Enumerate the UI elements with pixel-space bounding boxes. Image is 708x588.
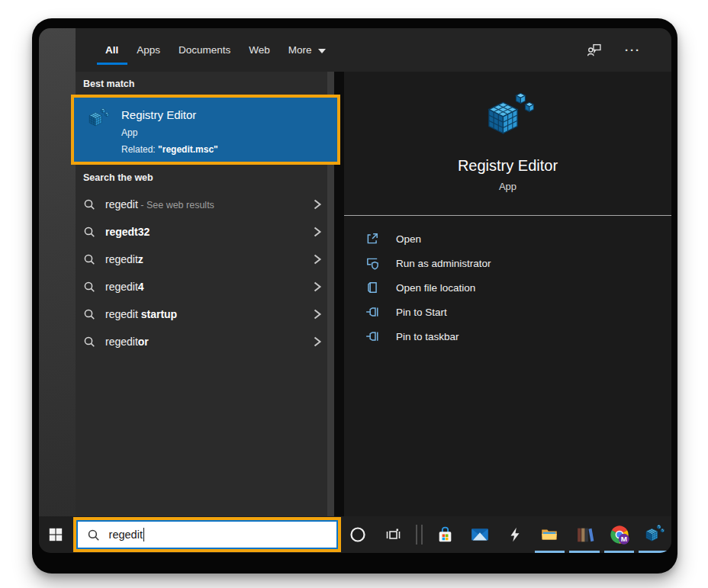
details-panel: Registry Editor App Open: [344, 72, 671, 516]
cortana-icon: [349, 526, 366, 543]
open-app-indicator: [535, 551, 565, 553]
action-label: Pin to taskbar: [396, 331, 459, 342]
annotation-highlight-search-box: regedit: [73, 517, 341, 552]
suggestion-text: regedit4: [105, 281, 144, 293]
search-icon: [83, 253, 95, 265]
chevron-right-icon: [313, 307, 322, 321]
windows-logo-icon: [49, 528, 63, 541]
tab-documents-label: Documents: [179, 44, 230, 56]
divider: [344, 215, 671, 216]
taskbar-search-box[interactable]: regedit: [76, 520, 338, 549]
suggestion-text: regedit - See web results: [105, 198, 214, 210]
chevron-down-icon: [318, 49, 326, 53]
taskbar-registry-editor-button[interactable]: [636, 516, 671, 553]
action-label: Run as administrator: [396, 258, 491, 269]
tab-web-label: Web: [249, 44, 270, 56]
search-filter-bar: All Apps Documents Web More ···: [76, 28, 671, 72]
suggestion-text: regeditor: [105, 336, 149, 348]
action-pin-to-start[interactable]: Pin to Start: [344, 300, 671, 324]
search-web-section-title: Search the web: [83, 172, 334, 183]
suggestion-regedt32[interactable]: regedt32: [76, 218, 334, 246]
action-open[interactable]: Open: [344, 227, 671, 251]
search-icon: [83, 308, 95, 320]
screenshot-frame: All Apps Documents Web More ···: [32, 18, 677, 574]
results-panel: Best match Registry Editor App Related: …: [76, 72, 334, 516]
action-run-as-administrator[interactable]: Run as administrator: [344, 251, 671, 275]
books-library-icon: [575, 525, 594, 545]
search-icon: [83, 198, 95, 210]
details-app-type: App: [344, 181, 671, 192]
web-suggestion-list: regedit - See web results regedt32 reged: [76, 191, 334, 355]
best-match-app-name: Registry Editor: [121, 108, 218, 122]
chevron-right-icon: [313, 335, 322, 349]
action-label: Open file location: [396, 282, 475, 294]
pin-icon: [365, 329, 379, 343]
taskbar-library-button[interactable]: [567, 516, 602, 553]
taskbar-chrome-button[interactable]: M: [602, 516, 637, 553]
related-value: "regedit.msc": [158, 144, 218, 155]
suggestion-regedit-startup[interactable]: regedit startup: [76, 300, 334, 328]
registry-editor-icon-small: [643, 524, 665, 545]
suggestion-regedit4[interactable]: regedit4: [76, 273, 334, 300]
start-button[interactable]: [39, 516, 73, 553]
taskbar-cortana-button[interactable]: [341, 516, 376, 553]
chevron-right-icon: [313, 252, 322, 266]
action-list: Open Run as administrator: [344, 227, 671, 349]
action-label: Open: [396, 233, 421, 245]
taskbar: regedit: [39, 516, 671, 553]
details-app-name: Registry Editor: [344, 157, 671, 175]
desktop-background: [39, 28, 76, 516]
tab-all[interactable]: All: [96, 28, 127, 72]
more-options-icon[interactable]: ···: [625, 43, 641, 56]
taskbar-lightning-button[interactable]: [497, 516, 533, 553]
tab-all-label: All: [105, 44, 118, 56]
tab-documents[interactable]: Documents: [169, 28, 240, 72]
tab-more[interactable]: More: [279, 28, 335, 72]
registry-editor-icon-large: [481, 91, 535, 144]
tab-apps-label: Apps: [137, 44, 160, 56]
task-view-icon: [385, 527, 401, 542]
search-icon: [87, 529, 100, 541]
best-match-result[interactable]: Registry Editor App Related: "regedit.ms…: [74, 98, 337, 162]
search-input-value: regedit: [109, 529, 143, 541]
suggestion-text: regedit startup: [105, 308, 177, 320]
best-match-related: Related: "regedit.msc": [121, 144, 218, 155]
taskbar-store-button[interactable]: [428, 516, 463, 553]
chrome-profile-badge: M: [620, 535, 626, 543]
action-label: Pin to Start: [396, 307, 447, 318]
feedback-icon[interactable]: [587, 43, 602, 58]
open-app-indicator: [569, 551, 600, 553]
registry-editor-icon: [86, 108, 109, 130]
tab-more-label: More: [288, 44, 312, 56]
suggestion-regedit[interactable]: regedit - See web results: [76, 191, 334, 218]
suggestion-regeditz[interactable]: regeditz: [76, 246, 334, 273]
open-icon: [365, 232, 379, 246]
open-app-indicator: [604, 551, 635, 553]
chevron-right-icon: [313, 225, 322, 239]
action-open-file-location[interactable]: Open file location: [344, 275, 671, 300]
tab-apps[interactable]: Apps: [127, 28, 169, 72]
chevron-right-icon: [313, 280, 322, 294]
mail-icon: [470, 525, 490, 545]
search-icon: [83, 281, 95, 293]
suggestion-text: regeditz: [105, 253, 143, 265]
start-search-flyout: All Apps Documents Web More ···: [76, 28, 671, 516]
tab-web[interactable]: Web: [240, 28, 279, 72]
annotation-highlight-best-match: Registry Editor App Related: "regedit.ms…: [71, 95, 340, 165]
lightning-bolt-icon: [507, 526, 523, 543]
best-match-section-title: Best match: [83, 79, 334, 89]
file-location-icon: [365, 281, 379, 294]
text-caret: [143, 528, 145, 541]
action-pin-to-taskbar[interactable]: Pin to taskbar: [344, 324, 671, 349]
taskbar-separator: [410, 516, 428, 553]
pin-icon: [365, 305, 379, 319]
search-icon: [83, 336, 95, 348]
microsoft-store-icon: [436, 525, 455, 545]
related-label: Related:: [121, 144, 158, 155]
chevron-right-icon: [313, 198, 322, 211]
admin-shield-icon: [365, 256, 379, 270]
taskbar-mail-button[interactable]: [463, 516, 498, 553]
suggestion-regeditor[interactable]: regeditor: [76, 328, 334, 355]
taskbar-task-view-button[interactable]: [375, 516, 410, 553]
taskbar-file-explorer-button[interactable]: [533, 516, 568, 553]
